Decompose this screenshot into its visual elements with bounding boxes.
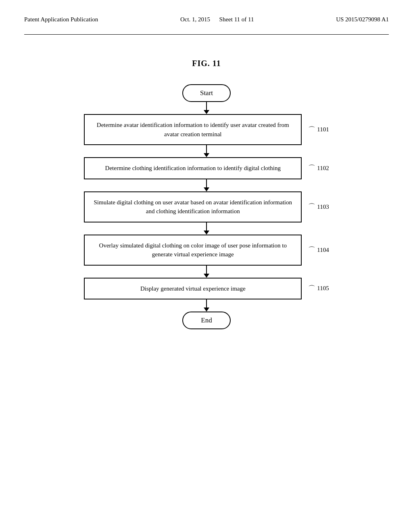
arrow-1103-to-1104 bbox=[204, 222, 209, 235]
step-box-1102: Determine clothing identification inform… bbox=[84, 157, 302, 179]
page-header: Patent Application Publication Oct. 1, 2… bbox=[24, 16, 389, 26]
step-row-1105: Display generated virtual experience ima… bbox=[84, 278, 329, 300]
step-box-1103: Simulate digital clothing on user avatar… bbox=[84, 191, 302, 222]
arrow-1104-to-1105 bbox=[204, 266, 209, 278]
flowchart: Start Determine avatar identification in… bbox=[24, 84, 389, 329]
header-publication-label: Patent Application Publication bbox=[24, 16, 98, 23]
header-patent-number: US 2015/0279098 A1 bbox=[336, 16, 389, 23]
step-text-1103: Simulate digital clothing on user avatar… bbox=[94, 199, 292, 215]
step-box-1104: Overlay simulated digital clothing on co… bbox=[84, 235, 302, 266]
start-label: Start bbox=[200, 89, 213, 97]
arrow-line bbox=[206, 145, 207, 153]
arrow-line bbox=[206, 266, 207, 274]
arrow-head bbox=[204, 110, 209, 114]
arrow-1101-to-1102 bbox=[204, 145, 209, 157]
step-box-1105: Display generated virtual experience ima… bbox=[84, 278, 302, 300]
arrow-head bbox=[204, 153, 209, 157]
arrow-1105-to-end bbox=[204, 299, 209, 312]
arrow-line bbox=[206, 299, 207, 308]
step-text-1101: Determine avatar identification informat… bbox=[97, 122, 289, 137]
arrow-head bbox=[204, 308, 209, 312]
arrow-head bbox=[204, 274, 209, 278]
step-label-1104: ⌒ 1104 bbox=[308, 245, 329, 255]
arrow-head bbox=[204, 231, 209, 235]
step-label-1105: ⌒ 1105 bbox=[308, 284, 329, 293]
step-row-1103: Simulate digital clothing on user avatar… bbox=[84, 191, 329, 222]
arrow-start-to-1101 bbox=[204, 102, 209, 114]
step-label-1101: ⌒ 1101 bbox=[308, 125, 329, 135]
header-divider bbox=[24, 34, 389, 35]
step-text-1102: Determine clothing identification inform… bbox=[105, 165, 281, 171]
arrow-line bbox=[206, 222, 207, 231]
header-date: Oct. 1, 2015 bbox=[180, 16, 210, 23]
header-date-sheet: Oct. 1, 2015 Sheet 11 of 11 bbox=[180, 16, 254, 23]
arrow-1102-to-1103 bbox=[204, 179, 209, 191]
start-oval: Start bbox=[182, 84, 231, 102]
arrow-line bbox=[206, 102, 207, 110]
end-label: End bbox=[201, 316, 212, 324]
header-sheet: Sheet 11 of 11 bbox=[219, 16, 254, 23]
arrow-head bbox=[204, 187, 209, 191]
figure-title: FIG. 11 bbox=[24, 59, 389, 68]
step-text-1105: Display generated virtual experience ima… bbox=[140, 285, 246, 292]
step-row-1104: Overlay simulated digital clothing on co… bbox=[84, 235, 329, 266]
page: Patent Application Publication Oct. 1, 2… bbox=[0, 0, 413, 532]
arrow-line bbox=[206, 179, 207, 187]
step-row-1102: Determine clothing identification inform… bbox=[84, 157, 329, 179]
step-label-1102: ⌒ 1102 bbox=[308, 163, 329, 173]
step-box-1101: Determine avatar identification informat… bbox=[84, 114, 302, 145]
step-row-1101: Determine avatar identification informat… bbox=[84, 114, 329, 145]
end-oval: End bbox=[182, 312, 231, 329]
step-text-1104: Overlay simulated digital clothing on co… bbox=[99, 242, 287, 258]
step-label-1103: ⌒ 1103 bbox=[308, 202, 329, 212]
